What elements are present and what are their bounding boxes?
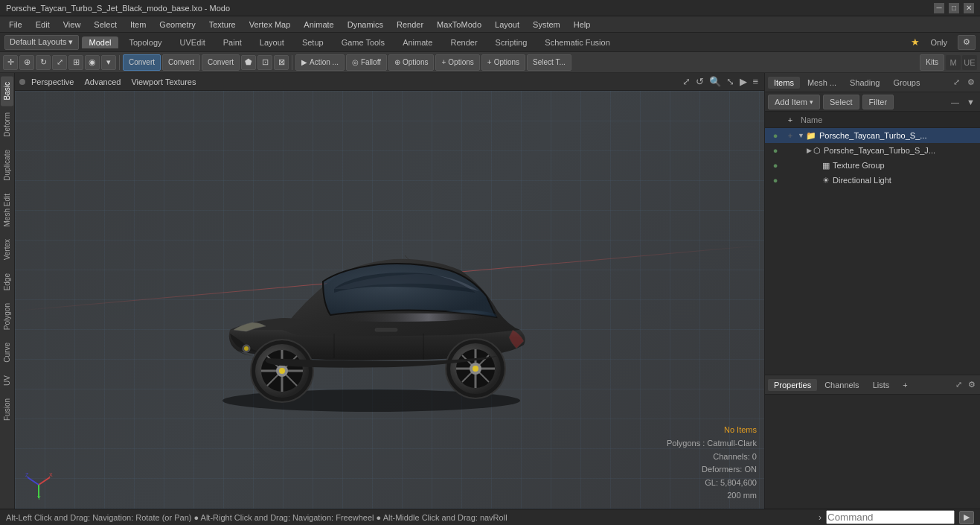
only-label[interactable]: Only	[923, 36, 955, 48]
menu-geometry[interactable]: Geometry	[153, 19, 201, 31]
convert-button-1[interactable]: Convert	[123, 54, 161, 71]
sidebar-item-fusion[interactable]: Fusion	[1, 392, 13, 427]
menu-help[interactable]: Help	[568, 19, 597, 31]
viewport-rotate-icon[interactable]: ↺	[694, 74, 705, 89]
tab-gametools[interactable]: Game Tools	[334, 36, 393, 48]
action-button[interactable]: ▶ Action ...	[295, 54, 345, 71]
tb-mode-icon[interactable]: ⬟	[241, 55, 256, 70]
bottom-expand-icon[interactable]: ⤢	[954, 378, 964, 391]
menu-render[interactable]: Render	[391, 19, 429, 31]
eye-icon[interactable]: ●	[768, 131, 783, 140]
eye-icon[interactable]: ●	[768, 176, 783, 185]
viewport-fit-icon[interactable]: ⤡	[725, 74, 736, 89]
items-minus-icon[interactable]: —	[949, 96, 961, 108]
minimize-button[interactable]: ─	[934, 3, 944, 13]
panel-settings-icon[interactable]: ⚙	[965, 76, 977, 89]
tab-mesh[interactable]: Mesh ...	[801, 77, 842, 89]
options-button-3[interactable]: + Options	[481, 54, 525, 71]
viewport-play-icon[interactable]: ▶	[738, 74, 749, 89]
eye-icon[interactable]: ●	[768, 161, 783, 170]
menu-vertexmap[interactable]: Vertex Map	[243, 19, 297, 31]
sidebar-item-polygon[interactable]: Polygon	[1, 297, 13, 336]
falloff-button[interactable]: ◎ Falloff	[346, 54, 387, 71]
list-item[interactable]: ● ▶ ☀ Directional Light	[765, 173, 980, 188]
tab-topology[interactable]: Topology	[121, 36, 169, 48]
viewport-textures[interactable]: Viewport Textures	[126, 76, 200, 88]
viewport-menu-icon[interactable]: ≡	[751, 74, 760, 89]
select-button[interactable]: Select	[823, 95, 859, 109]
add-item-button[interactable]: Add Item ▾	[768, 95, 820, 109]
modo-icon[interactable]: M	[946, 55, 961, 70]
tab-items[interactable]: Items	[768, 77, 800, 89]
viewport-perspective[interactable]: Perspective	[27, 76, 78, 88]
tab-paint[interactable]: Paint	[216, 36, 249, 48]
sidebar-item-curve[interactable]: Curve	[1, 337, 13, 369]
tab-uvedit[interactable]: UVEdit	[173, 36, 213, 48]
tab-setup[interactable]: Setup	[295, 36, 331, 48]
close-button[interactable]: ✕	[964, 3, 974, 13]
sidebar-item-edge[interactable]: Edge	[1, 267, 13, 296]
menu-texture[interactable]: Texture	[203, 19, 242, 31]
viewport-expand-icon[interactable]: ⤢	[681, 74, 692, 89]
tab-channels[interactable]: Channels	[819, 379, 865, 391]
menu-item[interactable]: Item	[124, 19, 152, 31]
tab-add-btn[interactable]: +	[897, 379, 913, 391]
layout-settings-button[interactable]: ⚙	[958, 35, 976, 50]
command-run-button[interactable]: ▶	[959, 511, 974, 524]
viewport-advanced[interactable]: Advanced	[80, 76, 125, 88]
menu-dynamics[interactable]: Dynamics	[342, 19, 389, 31]
add-icon[interactable]: +	[783, 131, 798, 140]
menu-view[interactable]: View	[57, 19, 87, 31]
tool-move-icon[interactable]: ⊕	[19, 55, 34, 70]
layout-dropdown[interactable]: Default Layouts ▾	[4, 35, 79, 50]
tool-transform-icon[interactable]: ⊞	[68, 55, 83, 70]
tab-shading[interactable]: Shading	[844, 77, 885, 89]
panel-expand-icon[interactable]: ⤢	[951, 76, 962, 89]
menu-animate[interactable]: Animate	[298, 19, 339, 31]
tool-scale-icon[interactable]: ⤢	[52, 55, 67, 70]
select-t-button[interactable]: Select T...	[527, 54, 571, 71]
menu-select[interactable]: Select	[88, 19, 123, 31]
tab-model[interactable]: Model	[82, 36, 119, 48]
tool-rotate-icon[interactable]: ↻	[36, 55, 51, 70]
convert-button-3[interactable]: Convert	[202, 54, 240, 71]
tool-select-icon[interactable]: ✛	[3, 55, 18, 70]
ue-icon[interactable]: UE	[962, 55, 977, 70]
maximize-button[interactable]: □	[949, 3, 959, 13]
menu-layout[interactable]: Layout	[489, 19, 525, 31]
tab-render[interactable]: Render	[443, 36, 484, 48]
list-item[interactable]: ● + ▼ 📁 Porsche_Taycan_Turbo_S_...	[765, 128, 980, 143]
viewport-zoom-icon[interactable]: 🔍	[708, 74, 723, 89]
eye-icon[interactable]: ●	[768, 146, 783, 155]
convert-button-2[interactable]: Convert	[162, 54, 200, 71]
viewport-dot[interactable]	[19, 79, 25, 85]
command-input[interactable]	[826, 510, 955, 524]
collapse-arrow-icon[interactable]: ▼	[798, 132, 804, 139]
tool-drop-icon[interactable]: ▾	[101, 55, 116, 70]
tb-grid-icon[interactable]: ⊠	[274, 55, 289, 70]
menu-system[interactable]: System	[527, 19, 566, 31]
tb-snap-icon[interactable]: ⊡	[257, 55, 272, 70]
tab-animate[interactable]: Animate	[395, 36, 440, 48]
list-item[interactable]: ● ▶ ⬡ Porsche_Taycan_Turbo_S_J...	[765, 143, 980, 158]
tab-layout[interactable]: Layout	[252, 36, 292, 48]
menu-file[interactable]: File	[3, 19, 28, 31]
sidebar-item-uv[interactable]: UV	[1, 369, 13, 392]
sidebar-item-deform[interactable]: Deform	[1, 106, 13, 143]
viewport-canvas[interactable]: X Z Y No Items Polygons : Catmull-Clark …	[15, 91, 764, 509]
sidebar-item-vertex[interactable]: Vertex	[1, 233, 13, 266]
sidebar-item-duplicate[interactable]: Duplicate	[1, 144, 13, 187]
options-button-2[interactable]: + Options	[435, 54, 479, 71]
options-button-1[interactable]: ⊕ Options	[388, 54, 434, 71]
kits-button[interactable]: Kits	[920, 54, 944, 71]
menu-maxtomodo[interactable]: MaxToModo	[431, 19, 487, 31]
sidebar-item-basic[interactable]: Basic	[1, 76, 13, 106]
tab-groups[interactable]: Groups	[887, 77, 926, 89]
bottom-settings-icon[interactable]: ⚙	[967, 378, 977, 391]
tab-properties[interactable]: Properties	[768, 379, 817, 391]
status-arrow-icon[interactable]: ›	[819, 512, 822, 523]
menu-edit[interactable]: Edit	[30, 19, 56, 31]
sidebar-item-meshedit[interactable]: Mesh Edit	[1, 188, 13, 232]
expand-arrow-icon[interactable]: ▶	[807, 147, 812, 154]
tab-lists[interactable]: Lists	[867, 379, 896, 391]
